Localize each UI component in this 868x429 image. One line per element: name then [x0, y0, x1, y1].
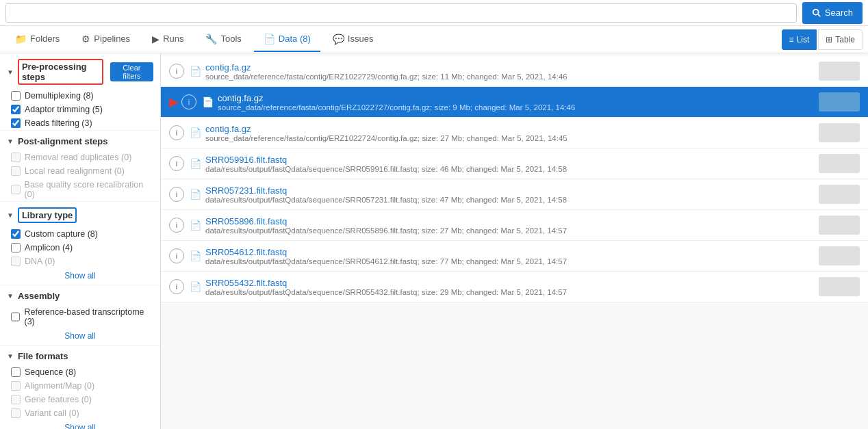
- reference-transcriptome-label[interactable]: Reference-based transcriptome (3): [24, 307, 152, 326]
- file-name: SRR059916.filt.fastq: [205, 155, 813, 165]
- reads-filtering-checkbox[interactable]: [11, 118, 21, 128]
- variant-call-checkbox[interactable]: [11, 408, 21, 418]
- section-header-assembly[interactable]: ▼ Assembly: [0, 285, 160, 305]
- chevron-down-icon-5: ▼: [7, 352, 14, 360]
- reference-transcriptome-checkbox[interactable]: [11, 312, 20, 322]
- file-icon: 📄: [190, 66, 201, 77]
- tab-runs[interactable]: ▶ Runs: [142, 27, 193, 52]
- file-row[interactable]: ▶ i 📄 contig.fa.gz source_data/reference…: [161, 87, 868, 118]
- search-input[interactable]: [5, 3, 797, 23]
- info-icon[interactable]: i: [169, 156, 184, 171]
- section-postalignment: ▼ Post-alignment steps Removal read dupl…: [0, 131, 160, 202]
- nav-tabs: 📁 Folders ⚙ Pipelines ▶ Runs 🔧 Tools 📄 D…: [0, 26, 868, 53]
- file-list-container: i 📄 contig.fa.gz source_data/reference/f…: [161, 53, 868, 429]
- table-icon: ⊞: [826, 35, 832, 44]
- filter-reads-filtering: Reads filtering (3): [0, 116, 160, 130]
- file-name: contig.fa.gz: [218, 93, 813, 103]
- section-header-library-type[interactable]: ▼ Library type: [0, 202, 160, 227]
- file-row[interactable]: i 📄 SRR057231.filt.fastq data/results/ou…: [161, 179, 868, 210]
- info-icon[interactable]: i: [169, 125, 184, 140]
- removal-read-duplicates-checkbox[interactable]: [11, 153, 21, 162]
- custom-capture-label[interactable]: Custom capture (8): [25, 229, 98, 239]
- info-icon[interactable]: i: [169, 64, 184, 79]
- custom-capture-checkbox[interactable]: [11, 229, 21, 239]
- clear-filters-button[interactable]: Clear filters: [110, 62, 153, 81]
- sequence-label[interactable]: Sequence (8): [25, 367, 76, 377]
- filter-base-quality: Base quality score recalibration (0): [0, 178, 160, 201]
- adaptor-trimming-label[interactable]: Adaptor trimming (5): [25, 105, 103, 114]
- file-thumbnail: [819, 92, 860, 112]
- variant-call-label: Variant call (0): [25, 408, 79, 418]
- chevron-down-icon-2: ▼: [7, 138, 14, 145]
- adaptor-trimming-checkbox[interactable]: [11, 105, 21, 114]
- red-arrow-icon: ▶: [169, 94, 179, 109]
- file-path: source_data/reference/fasta/contig/ERZ10…: [205, 134, 813, 142]
- file-icon: 📄: [190, 220, 201, 231]
- demultiplexing-label[interactable]: Demultiplexing (8): [25, 91, 94, 101]
- file-name: contig.fa.gz: [205, 124, 813, 134]
- view-toggle: ≡ List ⊞ Table: [782, 29, 863, 50]
- file-row[interactable]: i 📄 contig.fa.gz source_data/reference/f…: [161, 118, 868, 148]
- file-row[interactable]: i 📄 SRR054612.filt.fastq data/results/ou…: [161, 241, 868, 272]
- file-name: SRR057231.filt.fastq: [205, 185, 813, 196]
- reads-filtering-label[interactable]: Reads filtering (3): [25, 118, 92, 128]
- local-read-realignment-checkbox[interactable]: [11, 166, 21, 176]
- file-details: contig.fa.gz source_data/reference/fasta…: [218, 93, 813, 112]
- issues-icon: 💬: [333, 34, 344, 44]
- filter-sequence: Sequence (8): [0, 365, 160, 379]
- chevron-down-icon-4: ▼: [7, 292, 14, 300]
- filter-alignment-map: Alignment/Map (0): [0, 379, 160, 393]
- info-icon[interactable]: i: [169, 218, 184, 233]
- demultiplexing-checkbox[interactable]: [11, 91, 21, 101]
- preprocessing-title: Pre-processing steps: [18, 59, 103, 85]
- assembly-show-all[interactable]: Show all: [0, 328, 160, 345]
- alignment-map-checkbox[interactable]: [11, 381, 21, 391]
- file-name: SRR054612.filt.fastq: [205, 247, 813, 257]
- sequence-checkbox[interactable]: [11, 367, 21, 377]
- file-icon: 📄: [190, 189, 201, 200]
- search-button[interactable]: Search: [802, 2, 863, 24]
- chevron-down-icon-3: ▼: [7, 211, 14, 219]
- tab-folders[interactable]: 📁 Folders: [5, 27, 69, 52]
- file-row[interactable]: i 📄 SRR055896.filt.fastq data/results/ou…: [161, 210, 868, 241]
- info-icon[interactable]: i: [169, 279, 184, 294]
- file-row[interactable]: i 📄 SRR059916.filt.fastq data/results/ou…: [161, 148, 868, 179]
- tab-issues[interactable]: 💬 Issues: [323, 27, 383, 52]
- section-header-postalignment[interactable]: ▼ Post-alignment steps: [0, 131, 160, 151]
- file-row[interactable]: i 📄 SRR055432.filt.fastq data/results/ou…: [161, 272, 868, 302]
- info-icon[interactable]: i: [181, 94, 196, 109]
- table-view-button[interactable]: ⊞ Table: [818, 29, 863, 50]
- list-icon: ≡: [789, 35, 794, 44]
- info-icon[interactable]: i: [169, 248, 184, 263]
- gene-features-checkbox[interactable]: [11, 395, 21, 404]
- tab-tools[interactable]: 🔧 Tools: [196, 27, 251, 52]
- amplicon-label[interactable]: Amplicon (4): [25, 243, 73, 252]
- section-file-formats: ▼ File formats Sequence (8) Alignment/Ma…: [0, 346, 160, 429]
- local-read-realignment-label: Local read realignment (0): [25, 166, 125, 176]
- file-details: contig.fa.gz source_data/reference/fasta…: [205, 124, 813, 142]
- file-path: data/results/output/fastQdata/sequence/S…: [205, 165, 813, 173]
- search-icon: [812, 8, 821, 18]
- info-icon[interactable]: i: [169, 187, 184, 202]
- sidebar: ▼ Pre-processing steps Clear filters Dem…: [0, 53, 161, 429]
- dna-checkbox[interactable]: [11, 257, 21, 266]
- list-view-button[interactable]: ≡ List: [782, 29, 817, 50]
- file-icon: 📄: [190, 158, 201, 169]
- runs-icon: ▶: [152, 34, 159, 44]
- library-type-show-all[interactable]: Show all: [0, 268, 160, 285]
- section-header-file-formats[interactable]: ▼ File formats: [0, 346, 160, 365]
- file-formats-show-all[interactable]: Show all: [0, 420, 160, 429]
- amplicon-checkbox[interactable]: [11, 243, 21, 252]
- section-header-preprocessing[interactable]: ▼ Pre-processing steps Clear filters: [0, 53, 160, 89]
- filter-reference-transcriptome: Reference-based transcriptome (3): [0, 305, 160, 328]
- tab-data[interactable]: 📄 Data (8): [254, 27, 320, 52]
- file-row[interactable]: i 📄 contig.fa.gz source_data/reference/f…: [161, 56, 868, 87]
- file-name: SRR055896.filt.fastq: [205, 216, 813, 226]
- file-details: SRR059916.filt.fastq data/results/output…: [205, 155, 813, 173]
- dna-label: DNA (0): [25, 257, 55, 266]
- svg-line-1: [818, 14, 820, 16]
- base-quality-checkbox[interactable]: [11, 185, 21, 194]
- library-type-title: Library type: [18, 207, 77, 223]
- filter-custom-capture: Custom capture (8): [0, 227, 160, 241]
- tab-pipelines[interactable]: ⚙ Pipelines: [72, 27, 140, 52]
